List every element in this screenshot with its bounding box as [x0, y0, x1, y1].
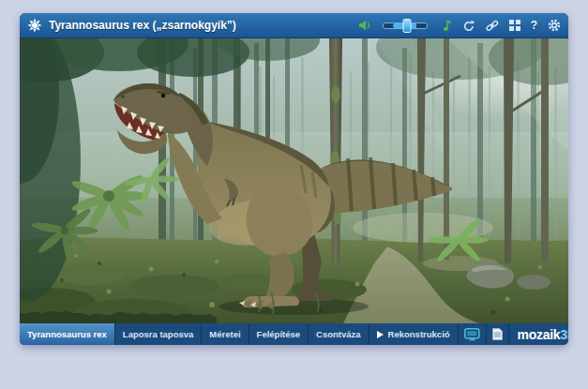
grid-icon[interactable] [509, 20, 520, 31]
logo-suffix: 3D [560, 327, 568, 342]
tab-laposra-taposva[interactable]: Laposra taposva [115, 323, 203, 345]
tab-video[interactable] [459, 323, 487, 345]
help-icon[interactable]: ? [531, 20, 537, 31]
tab-label: Csontváza [316, 329, 361, 339]
link-icon[interactable] [486, 20, 499, 32]
title-bar: Tyrannosaurus rex („zsarnokgyík”) [20, 13, 568, 38]
tab-label: Felépítése [257, 329, 300, 339]
volume-slider[interactable] [383, 22, 428, 29]
tab-description[interactable] [487, 323, 509, 345]
tab-csontvaza[interactable]: Csontváza [309, 323, 369, 345]
tab-label: Laposra taposva [123, 329, 194, 339]
rotate-icon[interactable] [462, 20, 475, 32]
tab-felepitese[interactable]: Felépítése [249, 323, 309, 345]
mozaik3d-logo[interactable]: mozaik3D [509, 323, 568, 345]
document-icon [492, 328, 503, 340]
app-window: Tyrannosaurus rex („zsarnokgyík”) [20, 13, 568, 345]
music-note-icon[interactable] [442, 20, 452, 32]
window-title: Tyrannosaurus rex („zsarnokgyík”) [49, 19, 236, 32]
gear-icon[interactable] [548, 19, 561, 32]
tab-meretei[interactable]: Méretei [202, 323, 249, 345]
app-logo-icon[interactable] [27, 18, 42, 33]
tab-bar: Tyrannosaurus rex Laposra taposva Mérete… [20, 323, 568, 345]
volume-icon[interactable] [359, 20, 372, 31]
logo-brand: mozaik [518, 327, 561, 342]
volume-handle[interactable] [402, 19, 411, 33]
tab-tyrannosaurus-rex[interactable]: Tyrannosaurus rex [20, 323, 115, 345]
tab-label: Tyrannosaurus rex [27, 329, 107, 339]
tab-label: Rekonstrukció [388, 329, 450, 339]
titlebar-controls: ? [359, 19, 561, 32]
play-icon [377, 331, 384, 338]
tv-icon [464, 328, 480, 341]
tab-label: Méretei [209, 329, 240, 339]
scene-3d-viewport[interactable] [20, 38, 568, 323]
tab-rekonstrukcio[interactable]: Rekonstrukció [369, 323, 459, 345]
